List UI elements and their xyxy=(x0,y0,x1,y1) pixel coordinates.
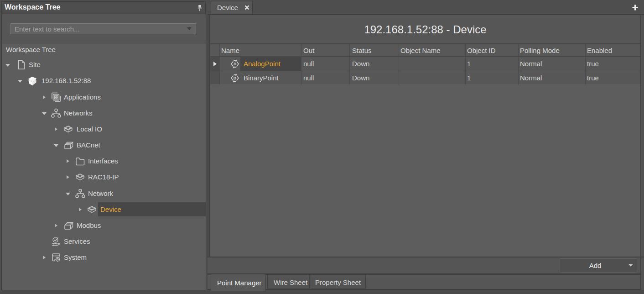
svg-text:B: B xyxy=(234,76,237,80)
svg-text:A: A xyxy=(234,62,237,66)
